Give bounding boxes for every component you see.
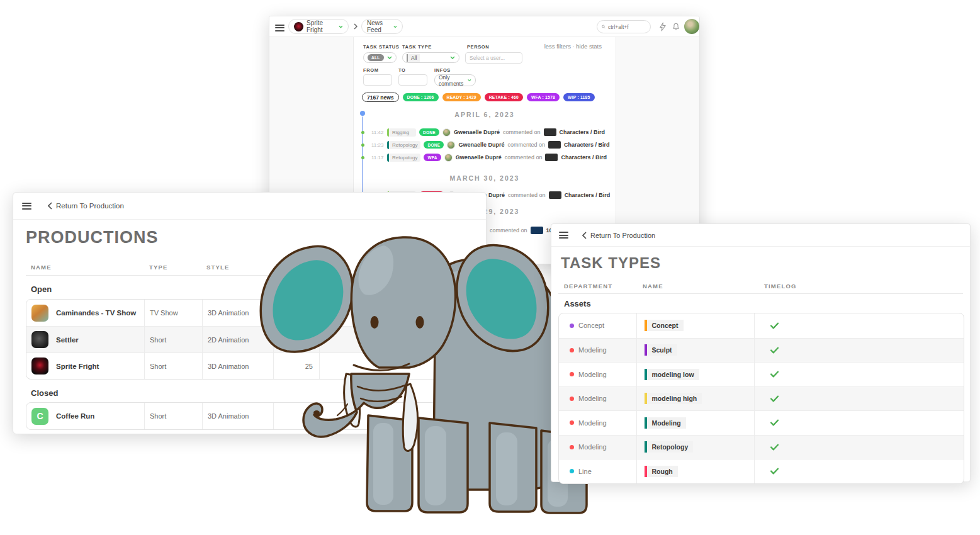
menu-icon[interactable]: [22, 201, 31, 211]
task-type-chip: modeling high: [645, 393, 702, 404]
to-input[interactable]: [398, 74, 427, 86]
table-row[interactable]: Line Rough: [559, 459, 964, 483]
column-header-department[interactable]: DEPARTMENT: [564, 283, 612, 290]
search-box[interactable]: [597, 20, 651, 33]
news-total-badge[interactable]: 7167 news: [362, 93, 399, 102]
author-name[interactable]: Gwenaelle Dupré: [458, 142, 504, 148]
back-link[interactable]: Return To Production: [582, 232, 655, 239]
page-name: News Feed: [367, 20, 390, 33]
infos-select[interactable]: Only comments: [434, 74, 476, 86]
column-header-name[interactable]: NAME: [31, 264, 52, 271]
production-thumbnail: [31, 331, 48, 348]
person-label: PERSON: [467, 44, 489, 50]
feed-entry[interactable]: 11:42 Rigging DONE Gwenaelle Dupré comme…: [371, 127, 613, 137]
department-color-dot: [570, 397, 574, 401]
status-badge-ready[interactable]: READY : 1429: [442, 93, 481, 101]
production-avatar: [294, 22, 303, 31]
task-type-select[interactable]: All: [402, 52, 459, 63]
column-header-timelog[interactable]: TIMELOG: [764, 283, 797, 290]
entity-thumbnail: [531, 227, 543, 234]
from-input[interactable]: [363, 74, 392, 86]
table-row[interactable]: Modeling Retopology: [559, 435, 964, 459]
task-status-select[interactable]: ALL: [363, 52, 397, 63]
entry-time: 11:17: [371, 155, 384, 160]
table-row[interactable]: Modeling modeling high: [559, 386, 964, 411]
author-name[interactable]: Gwenaelle Dupré: [454, 129, 500, 135]
timeline-entry-dot: [361, 156, 364, 159]
column-header-style[interactable]: STYLE: [206, 264, 230, 271]
productions-top-bar: Return To Production: [13, 193, 486, 220]
task-types-table: Concept Concept Modeling Sculpt Modeling…: [558, 313, 964, 484]
check-icon: [770, 419, 779, 426]
department-color-dot: [570, 420, 574, 425]
task-type-chip: Modeling: [645, 417, 686, 429]
infos-label: INFOS: [434, 67, 451, 73]
table-row[interactable]: Modeling modeling low: [559, 362, 964, 386]
check-icon: [770, 468, 779, 475]
lightning-icon[interactable]: [658, 22, 667, 31]
entity-link[interactable]: Characters / Bird: [561, 154, 607, 160]
menu-icon[interactable]: [559, 230, 568, 240]
task-types-top-bar: Return To Production: [551, 224, 970, 247]
back-link[interactable]: Return To Production: [48, 202, 124, 210]
production-selector[interactable]: Sprite Fright: [288, 19, 349, 34]
chevron-down-icon: [450, 56, 455, 59]
check-icon: [770, 395, 779, 402]
header-divider: [558, 293, 963, 294]
department-color-dot: [570, 324, 574, 328]
task-type-chip: modeling low: [645, 369, 699, 380]
column-header-type[interactable]: TYPE: [149, 264, 168, 271]
less-filters-link[interactable]: less filters · hide stats: [544, 43, 602, 50]
author-name[interactable]: Gwenaelle Dupré: [456, 154, 502, 160]
entity-link[interactable]: Characters / Bird: [565, 192, 611, 198]
stats-row: 7167 news DONE : 1206 READY : 1429 RETAK…: [362, 93, 595, 102]
feed-entry[interactable]: 11:17 Retopology WFA Gwenaelle Dupré com…: [371, 152, 613, 162]
task-type-chip: Rough: [645, 466, 678, 477]
entity-link[interactable]: Characters / Bird: [564, 142, 610, 148]
status-badge-retake[interactable]: RETAKE : 460: [485, 93, 523, 101]
timeline-entry-dot: [361, 144, 364, 147]
department-color-dot: [570, 469, 574, 473]
table-row[interactable]: Modeling Sculpt: [559, 338, 964, 363]
top-bar: Sprite Fright News Feed: [269, 16, 699, 37]
task-status-value: ALL: [368, 54, 384, 61]
check-icon: [770, 347, 779, 354]
status-badge-done[interactable]: DONE : 1206: [403, 93, 439, 101]
bell-icon[interactable]: [672, 22, 680, 31]
menu-icon[interactable]: [275, 23, 284, 33]
entity-thumbnail: [544, 128, 556, 136]
person-input[interactable]: [465, 52, 522, 64]
author-avatar: [442, 128, 451, 137]
check-icon: [770, 322, 779, 329]
entry-time: 11:23: [371, 142, 384, 148]
page-selector[interactable]: News Feed: [361, 19, 403, 34]
page-title: PRODUCTIONS: [26, 228, 159, 247]
search-icon: [602, 24, 605, 30]
feed-date: MARCH 30, 2023: [354, 174, 616, 182]
task-type-label: TASK TYPE: [402, 44, 432, 50]
check-icon: [770, 371, 779, 378]
infos-value: Only comments: [439, 74, 465, 87]
user-avatar[interactable]: [684, 19, 699, 34]
entity-link[interactable]: Characters / Bird: [560, 129, 605, 135]
elephant-eye: [416, 316, 424, 329]
check-icon: [770, 444, 779, 451]
section-label-open: Open: [31, 284, 52, 294]
search-input[interactable]: [608, 24, 646, 30]
task-type-chip: Retopology: [645, 441, 693, 453]
entry-status-badge: WFA: [424, 154, 441, 161]
task-type-chip: Concept: [645, 320, 684, 331]
status-badge-wfa[interactable]: WFA : 1578: [527, 93, 560, 101]
chevron-left-icon: [48, 202, 52, 210]
entry-status-badge: DONE: [424, 141, 444, 149]
status-badge-wip[interactable]: WIP : 1185: [563, 93, 595, 101]
feed-entry[interactable]: 11:23 Retopology DONE Gwenaelle Dupré co…: [371, 140, 613, 150]
table-row[interactable]: Concept Concept: [559, 313, 964, 338]
department-color-dot: [570, 445, 574, 449]
department-color-dot: [570, 348, 574, 352]
task-type-chip: Retopology: [387, 141, 420, 149]
table-row[interactable]: Modeling Modeling: [559, 410, 964, 435]
entity-thumbnail: [549, 191, 561, 199]
column-header-name[interactable]: NAME: [643, 283, 663, 290]
section-label-closed: Closed: [31, 388, 58, 398]
